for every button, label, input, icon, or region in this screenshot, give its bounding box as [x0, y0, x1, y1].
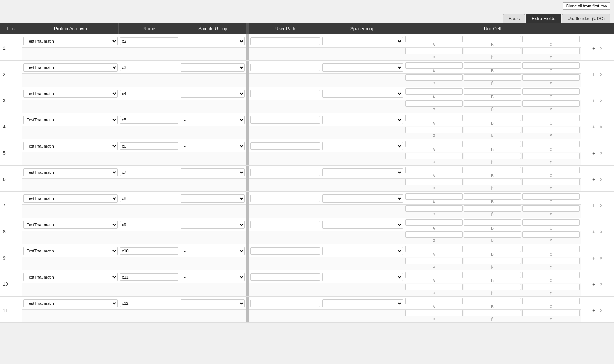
userpath-cell[interactable] [249, 113, 321, 126]
sample-group-select[interactable]: - [181, 116, 245, 124]
unit-c-input[interactable] [522, 88, 580, 95]
sample-group-cell[interactable]: - [180, 34, 246, 48]
unit-gamma-input[interactable] [522, 231, 580, 238]
unit-a-input[interactable] [405, 88, 463, 95]
unit-b-input[interactable] [464, 88, 521, 95]
name-input[interactable] [120, 169, 178, 176]
sample-group-select[interactable]: - [181, 90, 245, 98]
spacegroup-select[interactable] [322, 273, 403, 281]
userpath-input[interactable] [250, 247, 320, 255]
protein-cell[interactable]: TestThaumatin [22, 113, 119, 126]
unit-beta-input[interactable] [464, 258, 521, 264]
unit-beta-input[interactable] [464, 153, 521, 159]
name-input[interactable] [120, 116, 178, 124]
unit-beta-input[interactable] [464, 74, 521, 81]
remove-row-button[interactable]: × [598, 307, 604, 314]
sample-group-cell[interactable]: - [180, 113, 246, 126]
unit-b-input[interactable] [464, 167, 521, 173]
spacegroup-select[interactable] [322, 90, 403, 98]
unit-b-input[interactable] [464, 36, 521, 42]
name-cell[interactable] [119, 34, 180, 48]
unit-b-input[interactable] [464, 193, 521, 200]
protein-select[interactable]: TestThaumatin [23, 90, 118, 98]
name-cell[interactable] [119, 244, 180, 257]
name-cell[interactable] [119, 218, 180, 231]
userpath-cell[interactable] [249, 87, 321, 100]
spacegroup-cell[interactable] [321, 297, 404, 310]
tab-extra-fields[interactable]: Extra Fields [526, 14, 561, 23]
name-cell[interactable] [119, 192, 180, 205]
name-input[interactable] [120, 247, 178, 255]
protein-cell[interactable]: TestThaumatin [22, 270, 119, 283]
add-row-button[interactable]: + [591, 202, 597, 209]
protein-cell[interactable]: TestThaumatin [22, 34, 119, 48]
spacegroup-select[interactable] [322, 168, 403, 176]
add-row-button[interactable]: + [591, 280, 597, 288]
name-input[interactable] [120, 273, 178, 281]
unit-a-input[interactable] [405, 62, 463, 69]
unit-c-input[interactable] [522, 167, 580, 173]
sample-group-select[interactable]: - [181, 221, 245, 229]
sample-group-cell[interactable]: - [180, 87, 246, 100]
remove-row-button[interactable]: × [598, 228, 604, 236]
spacegroup-select[interactable] [322, 142, 403, 150]
unit-c-input[interactable] [522, 141, 580, 147]
sample-group-select[interactable]: - [181, 194, 245, 203]
name-cell[interactable] [119, 139, 180, 152]
remove-row-button[interactable]: × [598, 97, 604, 104]
unit-alpha-input[interactable] [405, 231, 463, 238]
sample-group-select[interactable]: - [181, 299, 245, 307]
protein-cell[interactable]: TestThaumatin [22, 297, 119, 310]
protein-cell[interactable]: TestThaumatin [22, 139, 119, 152]
unit-alpha-input[interactable] [405, 74, 463, 81]
spacegroup-cell[interactable] [321, 139, 404, 152]
name-cell[interactable] [119, 270, 180, 283]
unit-b-input[interactable] [464, 298, 521, 304]
unit-gamma-input[interactable] [522, 48, 580, 54]
name-input[interactable] [120, 37, 178, 45]
userpath-cell[interactable] [249, 244, 321, 257]
unit-b-input[interactable] [464, 62, 521, 69]
unit-alpha-input[interactable] [405, 205, 463, 212]
protein-select[interactable]: TestThaumatin [23, 63, 118, 72]
userpath-cell[interactable] [249, 166, 321, 179]
unit-b-input[interactable] [464, 141, 521, 147]
sample-group-cell[interactable]: - [180, 139, 246, 152]
protein-cell[interactable]: TestThaumatin [22, 61, 119, 74]
unit-beta-input[interactable] [464, 48, 521, 54]
unit-beta-input[interactable] [464, 231, 521, 238]
sample-group-cell[interactable]: - [180, 270, 246, 283]
spacegroup-select[interactable] [322, 194, 403, 203]
sample-group-select[interactable]: - [181, 37, 245, 45]
remove-row-button[interactable]: × [598, 202, 604, 209]
add-row-button[interactable]: + [591, 307, 597, 314]
name-cell[interactable] [119, 166, 180, 179]
unit-alpha-input[interactable] [405, 258, 463, 264]
spacegroup-select[interactable] [322, 37, 403, 45]
protein-select[interactable]: TestThaumatin [23, 116, 118, 124]
unit-c-input[interactable] [522, 219, 580, 226]
unit-alpha-input[interactable] [405, 48, 463, 54]
name-cell[interactable] [119, 297, 180, 310]
name-input[interactable] [120, 64, 178, 71]
add-row-button[interactable]: + [591, 45, 597, 52]
sample-group-select[interactable]: - [181, 247, 245, 255]
name-cell[interactable] [119, 87, 180, 100]
sample-group-cell[interactable]: - [180, 192, 246, 205]
protein-select[interactable]: TestThaumatin [23, 142, 118, 150]
protein-cell[interactable]: TestThaumatin [22, 192, 119, 205]
unit-alpha-input[interactable] [405, 284, 463, 290]
userpath-cell[interactable] [249, 192, 321, 205]
name-input[interactable] [120, 300, 178, 307]
unit-beta-input[interactable] [464, 205, 521, 212]
name-input[interactable] [120, 221, 178, 228]
unit-c-input[interactable] [522, 298, 580, 304]
unit-alpha-input[interactable] [405, 179, 463, 185]
remove-row-button[interactable]: × [598, 123, 604, 131]
protein-select[interactable]: TestThaumatin [23, 194, 118, 203]
tab-unattended[interactable]: Unattended (UDC) [562, 14, 610, 23]
protein-select[interactable]: TestThaumatin [23, 168, 118, 176]
add-row-button[interactable]: + [591, 123, 597, 131]
userpath-cell[interactable] [249, 270, 321, 283]
unit-gamma-input[interactable] [522, 205, 580, 212]
